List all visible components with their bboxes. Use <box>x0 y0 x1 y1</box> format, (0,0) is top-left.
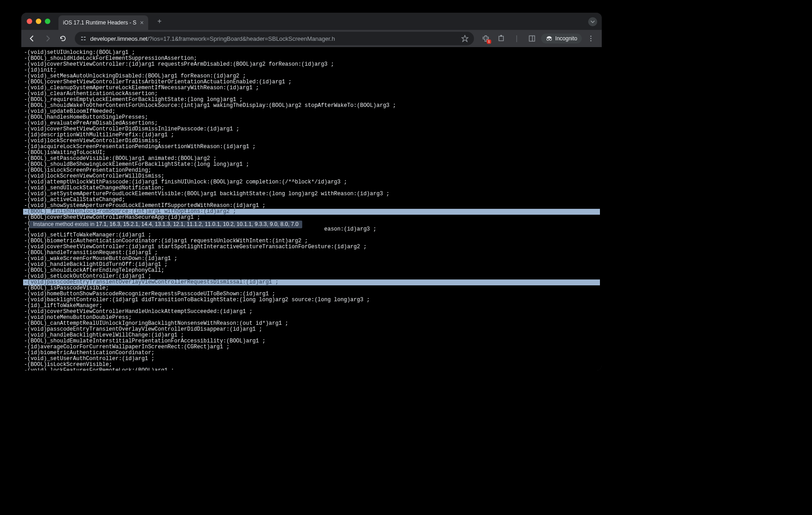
svg-point-12 <box>590 38 592 39</box>
svg-rect-4 <box>499 36 503 41</box>
forward-button[interactable] <box>41 32 54 45</box>
svg-rect-0 <box>81 37 83 38</box>
bookmark-icon[interactable] <box>461 35 469 42</box>
url-text: developer.limneos.net/?ios=17.1&framewor… <box>90 35 335 42</box>
puzzle-icon[interactable] <box>495 32 508 45</box>
tooltip-prefix: Instance method exists in <box>33 221 96 227</box>
address-bar[interactable]: developer.limneos.net/?ios=17.1&framewor… <box>75 32 474 45</box>
back-button[interactable] <box>26 32 39 45</box>
svg-point-9 <box>550 39 552 41</box>
code-line[interactable]: -(void)coverSheetViewController:(id)arg1… <box>23 62 600 67</box>
version-tooltip: Instance method exists in 17.1, 16.3, 15… <box>29 221 302 228</box>
svg-point-13 <box>590 40 592 42</box>
tabs-dropdown-icon[interactable] <box>588 17 597 26</box>
svg-point-5 <box>500 35 502 37</box>
close-tab-icon[interactable]: × <box>140 19 144 26</box>
svg-rect-6 <box>529 36 535 41</box>
toolbar: developer.limneos.net/?ios=17.1&framewor… <box>21 30 602 47</box>
browser-tab[interactable]: iOS 17.1 Runtime Headers - S × <box>58 15 148 30</box>
svg-rect-1 <box>84 37 86 38</box>
code-line[interactable]: -( Instance method exists in 17.1, 16.3,… <box>23 221 600 226</box>
incognito-badge[interactable]: Incognito <box>541 34 582 43</box>
tab-bar: iOS 17.1 Runtime Headers - S × + <box>21 13 602 30</box>
site-info-icon[interactable] <box>80 35 87 42</box>
minimize-window-button[interactable] <box>36 19 41 24</box>
extension-badge-count: 1 <box>487 39 491 44</box>
code-line[interactable]: -(void)backlightController:(id)arg1 didT… <box>23 297 600 303</box>
browser-window: iOS 17.1 Runtime Headers - S × + develop… <box>21 13 602 371</box>
new-tab-button[interactable]: + <box>154 15 165 27</box>
tab-title: iOS 17.1 Runtime Headers - S <box>63 19 136 26</box>
code-line[interactable]: -(void)passcodeEntryTransientOverlayView… <box>23 279 600 285</box>
page-content[interactable]: -(void)setUIUnlocking:(BOOL)arg1 ;-(BOOL… <box>21 47 602 371</box>
incognito-label: Incognito <box>555 35 577 42</box>
reload-button[interactable] <box>57 32 69 45</box>
close-window-button[interactable] <box>27 19 32 24</box>
svg-point-11 <box>590 36 592 37</box>
code-line[interactable]: -(void)_lockFeaturesForRemoteLock:(BOOL)… <box>23 368 600 371</box>
maximize-window-button[interactable] <box>45 19 50 24</box>
extensions-icon[interactable]: 1 <box>479 32 492 45</box>
code-line[interactable]: -(id)acquireLockScreenPresentationPendin… <box>23 144 600 150</box>
svg-rect-3 <box>84 39 86 40</box>
svg-point-8 <box>547 39 549 41</box>
side-panel-icon[interactable] <box>526 32 538 45</box>
incognito-icon <box>546 36 553 41</box>
tooltip-versions: 17.1, 16.3, 15.2.1, 14.4, 13.1.3, 12.1, … <box>96 221 299 227</box>
divider: | <box>510 32 523 45</box>
window-controls <box>27 19 50 24</box>
menu-icon[interactable] <box>585 32 597 45</box>
svg-rect-2 <box>81 39 83 40</box>
